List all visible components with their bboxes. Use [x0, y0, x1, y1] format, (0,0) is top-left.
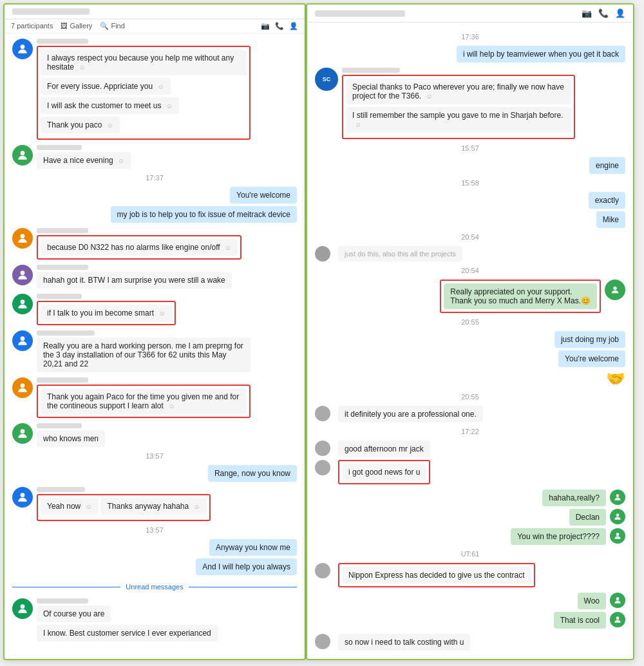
sent-msg-row-right: Really appreciated on your support.Thank… [315, 280, 625, 313]
svg-point-3 [21, 271, 25, 275]
avatar-right [605, 280, 625, 300]
sent-bubble: exactly [589, 192, 625, 209]
sent-msg-row: engine [315, 157, 625, 174]
msg-row: SC Special thanks to Paco wherever you a… [315, 68, 625, 139]
msg-content: who knows men [37, 423, 105, 447]
bubble: because D0 N322 has no alarms like engin… [41, 239, 238, 256]
small-avatar [315, 441, 330, 456]
sent-msg-row: You're welcome [12, 187, 297, 204]
find-link[interactable]: 🔍 Find [100, 22, 124, 30]
unread-divider: Unread messages [12, 583, 297, 591]
svg-point-4 [21, 300, 25, 304]
sent-msg-row: You're welcome [315, 350, 625, 367]
sent-msg-row: And I will help you always [12, 558, 297, 575]
avatar [12, 265, 33, 285]
gallery-link[interactable]: 🖼 Gallery [61, 22, 92, 30]
bubble: so now i need to talk costing with u [338, 634, 470, 651]
svg-point-5 [21, 336, 25, 341]
bubble: For every issue. Appriciate you ☺ [41, 78, 171, 95]
timestamp: UT:61 [315, 550, 625, 558]
sent-bubble: Mike [596, 211, 625, 228]
person-icon-right[interactable]: 👤 [615, 8, 625, 18]
msg-content: if I talk to you im become smart ☺ [37, 294, 176, 325]
bubble: I still remember the sample you gave to … [346, 107, 571, 133]
green-bubble: hahaha,really? [542, 490, 606, 506]
phone-icon-right[interactable]: 📞 [598, 8, 609, 18]
green-bubble: That is cool [554, 612, 606, 629]
sent-msg-row: Anyway you know me [12, 539, 297, 556]
bubble: Really you are a hard working person. me… [37, 338, 251, 372]
svg-point-12 [616, 513, 620, 517]
green-msg-right: Declan [315, 509, 625, 526]
sent-bubble: just doing my job [554, 331, 625, 348]
bubble: just do this, also this all the projects [338, 246, 462, 262]
sent-bubble: Range, now you know [208, 465, 297, 482]
svg-point-13 [616, 533, 620, 536]
msg-content: Thank you again Paco for the time you gi… [37, 377, 251, 418]
msg-content: Of course you are I know. Best customer … [37, 598, 251, 644]
msg-row: Have a nice evening ☺ [12, 145, 297, 169]
green-bubble: Really appreciated on your support.Thank… [444, 283, 597, 309]
bubble: Thanks anyway hahaha ☺ [100, 498, 206, 515]
avatar-green [610, 509, 625, 524]
right-chat-panel: 📷 📞 👤 17:36 i will help by teamviewer wh… [306, 3, 634, 660]
video-icon-right[interactable]: 📷 [582, 8, 592, 18]
green-msg-right: Woo [315, 593, 625, 609]
small-avatar [315, 634, 330, 649]
avatar [12, 39, 33, 59]
green-bubble: Woo [578, 593, 606, 609]
avatar-green [610, 612, 625, 627]
msg-row: because D0 N322 has no alarms like engin… [12, 228, 297, 260]
sent-bubble: And I will help you always [196, 558, 297, 575]
msg-row: hahah got it. BTW I am surprise you were… [12, 265, 297, 289]
msg-row: so now i need to talk costing with u [315, 634, 625, 651]
svg-point-1 [21, 151, 25, 155]
sent-msg-row: my job is to help you to fix issue of me… [12, 206, 297, 223]
sender-name-blur [37, 423, 82, 428]
bubble: hahah got it. BTW I am surprise you were… [37, 272, 232, 289]
timestamp: 20:55 [315, 318, 625, 326]
bubble: Special thanks to Paco wherever you are;… [346, 79, 571, 104]
sent-bubble: i will help by teamviewer when you get i… [457, 46, 625, 62]
handshake-emoji: 🤝 [606, 370, 625, 388]
svg-point-7 [21, 429, 25, 433]
msg-row: Yeah now ☺ Thanks anyway hahaha ☺ [12, 487, 297, 521]
chat-title-blur [12, 8, 90, 15]
bubble: good afternoon mr jack [338, 441, 430, 457]
participants-bar: 7 participants 🖼 Gallery 🔍 Find 📷 📞 👤 [5, 19, 305, 33]
msg-row: good afternoon mr jack [315, 441, 625, 457]
person-icon[interactable]: 👤 [289, 22, 298, 30]
sent-msg-row: just doing my job [315, 331, 625, 348]
timestamp: 20:54 [315, 267, 625, 274]
sent-bubble: engine [589, 157, 625, 174]
chat-header [5, 5, 305, 19]
msg-content: Have a nice evening ☺ [37, 145, 131, 169]
svg-point-6 [21, 383, 25, 388]
sent-bubble: You're welcome [558, 350, 625, 367]
phone-icon[interactable]: 📞 [275, 22, 284, 30]
timestamp: 20:54 [315, 233, 625, 241]
msg-content: Special thanks to Paco wherever you are;… [342, 68, 575, 139]
header-info [12, 8, 90, 15]
sender-name-blur [37, 228, 88, 233]
avatar [12, 330, 33, 351]
svg-point-14 [616, 597, 620, 600]
sender-name-blur [37, 598, 88, 604]
avatar-green [610, 490, 625, 505]
sent-bubble: Anyway you know me [209, 539, 297, 556]
timestamp: 20:55 [315, 393, 625, 401]
video-icon[interactable]: 📷 [261, 22, 270, 30]
sender-name [37, 39, 88, 44]
small-avatar [315, 563, 330, 578]
msg-row: i got good news for u [315, 460, 625, 484]
avatar [12, 423, 33, 444]
left-chat-panel: 7 participants 🖼 Gallery 🔍 Find 📷 📞 👤 I … [3, 3, 306, 660]
bubble: i got good news for u [342, 464, 426, 480]
unread-label: Unread messages [126, 583, 183, 591]
avatar [12, 294, 33, 314]
timestamp: 13:57 [12, 452, 297, 460]
timestamp: 15:57 [315, 144, 625, 152]
right-chat-header: 📷 📞 👤 [307, 5, 633, 23]
chat-body-right: 17:36 i will help by teamviewer when you… [307, 23, 633, 651]
timestamp: 13:57 [12, 526, 297, 534]
